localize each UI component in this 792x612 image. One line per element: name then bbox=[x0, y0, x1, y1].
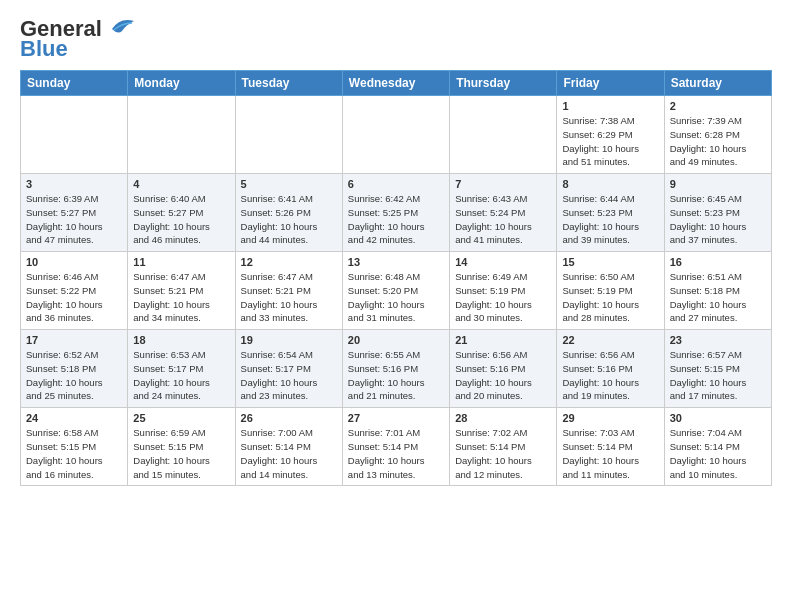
day-number: 8 bbox=[562, 178, 658, 190]
day-cell: 2Sunrise: 7:39 AM Sunset: 6:28 PM Daylig… bbox=[664, 96, 771, 174]
weekday-header-friday: Friday bbox=[557, 71, 664, 96]
day-info: Sunrise: 6:55 AM Sunset: 5:16 PM Dayligh… bbox=[348, 348, 444, 403]
day-cell: 7Sunrise: 6:43 AM Sunset: 5:24 PM Daylig… bbox=[450, 174, 557, 252]
day-number: 10 bbox=[26, 256, 122, 268]
day-cell bbox=[235, 96, 342, 174]
day-cell: 14Sunrise: 6:49 AM Sunset: 5:19 PM Dayli… bbox=[450, 252, 557, 330]
logo: General Blue bbox=[20, 16, 136, 62]
day-cell: 29Sunrise: 7:03 AM Sunset: 5:14 PM Dayli… bbox=[557, 408, 664, 486]
day-number: 5 bbox=[241, 178, 337, 190]
day-cell: 12Sunrise: 6:47 AM Sunset: 5:21 PM Dayli… bbox=[235, 252, 342, 330]
day-number: 4 bbox=[133, 178, 229, 190]
weekday-header-monday: Monday bbox=[128, 71, 235, 96]
day-number: 26 bbox=[241, 412, 337, 424]
day-info: Sunrise: 6:41 AM Sunset: 5:26 PM Dayligh… bbox=[241, 192, 337, 247]
day-cell: 25Sunrise: 6:59 AM Sunset: 5:15 PM Dayli… bbox=[128, 408, 235, 486]
weekday-header-sunday: Sunday bbox=[21, 71, 128, 96]
day-cell: 28Sunrise: 7:02 AM Sunset: 5:14 PM Dayli… bbox=[450, 408, 557, 486]
day-number: 13 bbox=[348, 256, 444, 268]
day-cell: 17Sunrise: 6:52 AM Sunset: 5:18 PM Dayli… bbox=[21, 330, 128, 408]
day-number: 19 bbox=[241, 334, 337, 346]
day-info: Sunrise: 6:53 AM Sunset: 5:17 PM Dayligh… bbox=[133, 348, 229, 403]
day-number: 24 bbox=[26, 412, 122, 424]
day-cell: 5Sunrise: 6:41 AM Sunset: 5:26 PM Daylig… bbox=[235, 174, 342, 252]
week-row-3: 10Sunrise: 6:46 AM Sunset: 5:22 PM Dayli… bbox=[21, 252, 772, 330]
day-cell: 11Sunrise: 6:47 AM Sunset: 5:21 PM Dayli… bbox=[128, 252, 235, 330]
day-number: 20 bbox=[348, 334, 444, 346]
week-row-5: 24Sunrise: 6:58 AM Sunset: 5:15 PM Dayli… bbox=[21, 408, 772, 486]
day-cell: 10Sunrise: 6:46 AM Sunset: 5:22 PM Dayli… bbox=[21, 252, 128, 330]
day-cell bbox=[21, 96, 128, 174]
day-info: Sunrise: 6:42 AM Sunset: 5:25 PM Dayligh… bbox=[348, 192, 444, 247]
day-info: Sunrise: 7:01 AM Sunset: 5:14 PM Dayligh… bbox=[348, 426, 444, 481]
header: General Blue bbox=[20, 16, 772, 62]
logo-bird-icon bbox=[104, 15, 136, 37]
logo-blue: Blue bbox=[20, 36, 68, 62]
day-number: 22 bbox=[562, 334, 658, 346]
day-info: Sunrise: 6:50 AM Sunset: 5:19 PM Dayligh… bbox=[562, 270, 658, 325]
day-number: 14 bbox=[455, 256, 551, 268]
day-cell: 13Sunrise: 6:48 AM Sunset: 5:20 PM Dayli… bbox=[342, 252, 449, 330]
week-row-2: 3Sunrise: 6:39 AM Sunset: 5:27 PM Daylig… bbox=[21, 174, 772, 252]
day-cell: 24Sunrise: 6:58 AM Sunset: 5:15 PM Dayli… bbox=[21, 408, 128, 486]
day-info: Sunrise: 6:47 AM Sunset: 5:21 PM Dayligh… bbox=[241, 270, 337, 325]
day-number: 7 bbox=[455, 178, 551, 190]
day-cell: 20Sunrise: 6:55 AM Sunset: 5:16 PM Dayli… bbox=[342, 330, 449, 408]
day-info: Sunrise: 6:45 AM Sunset: 5:23 PM Dayligh… bbox=[670, 192, 766, 247]
day-cell: 15Sunrise: 6:50 AM Sunset: 5:19 PM Dayli… bbox=[557, 252, 664, 330]
day-cell: 23Sunrise: 6:57 AM Sunset: 5:15 PM Dayli… bbox=[664, 330, 771, 408]
page: General Blue SundayMondayTuesdayWednesda… bbox=[0, 0, 792, 496]
day-info: Sunrise: 7:39 AM Sunset: 6:28 PM Dayligh… bbox=[670, 114, 766, 169]
day-cell: 26Sunrise: 7:00 AM Sunset: 5:14 PM Dayli… bbox=[235, 408, 342, 486]
day-cell bbox=[128, 96, 235, 174]
day-info: Sunrise: 6:56 AM Sunset: 5:16 PM Dayligh… bbox=[455, 348, 551, 403]
day-info: Sunrise: 7:03 AM Sunset: 5:14 PM Dayligh… bbox=[562, 426, 658, 481]
day-number: 12 bbox=[241, 256, 337, 268]
day-cell: 16Sunrise: 6:51 AM Sunset: 5:18 PM Dayli… bbox=[664, 252, 771, 330]
day-number: 3 bbox=[26, 178, 122, 190]
calendar: SundayMondayTuesdayWednesdayThursdayFrid… bbox=[20, 70, 772, 486]
day-number: 16 bbox=[670, 256, 766, 268]
day-info: Sunrise: 6:58 AM Sunset: 5:15 PM Dayligh… bbox=[26, 426, 122, 481]
day-cell: 9Sunrise: 6:45 AM Sunset: 5:23 PM Daylig… bbox=[664, 174, 771, 252]
weekday-header-row: SundayMondayTuesdayWednesdayThursdayFrid… bbox=[21, 71, 772, 96]
day-info: Sunrise: 6:47 AM Sunset: 5:21 PM Dayligh… bbox=[133, 270, 229, 325]
day-number: 23 bbox=[670, 334, 766, 346]
day-cell: 30Sunrise: 7:04 AM Sunset: 5:14 PM Dayli… bbox=[664, 408, 771, 486]
day-number: 30 bbox=[670, 412, 766, 424]
weekday-header-tuesday: Tuesday bbox=[235, 71, 342, 96]
day-number: 21 bbox=[455, 334, 551, 346]
day-number: 1 bbox=[562, 100, 658, 112]
day-number: 28 bbox=[455, 412, 551, 424]
day-number: 25 bbox=[133, 412, 229, 424]
day-number: 15 bbox=[562, 256, 658, 268]
day-cell bbox=[342, 96, 449, 174]
day-number: 27 bbox=[348, 412, 444, 424]
day-info: Sunrise: 6:51 AM Sunset: 5:18 PM Dayligh… bbox=[670, 270, 766, 325]
day-number: 6 bbox=[348, 178, 444, 190]
day-cell: 6Sunrise: 6:42 AM Sunset: 5:25 PM Daylig… bbox=[342, 174, 449, 252]
day-number: 9 bbox=[670, 178, 766, 190]
day-info: Sunrise: 6:59 AM Sunset: 5:15 PM Dayligh… bbox=[133, 426, 229, 481]
weekday-header-thursday: Thursday bbox=[450, 71, 557, 96]
day-number: 17 bbox=[26, 334, 122, 346]
day-cell: 21Sunrise: 6:56 AM Sunset: 5:16 PM Dayli… bbox=[450, 330, 557, 408]
day-info: Sunrise: 7:04 AM Sunset: 5:14 PM Dayligh… bbox=[670, 426, 766, 481]
day-info: Sunrise: 6:48 AM Sunset: 5:20 PM Dayligh… bbox=[348, 270, 444, 325]
weekday-header-saturday: Saturday bbox=[664, 71, 771, 96]
day-cell: 4Sunrise: 6:40 AM Sunset: 5:27 PM Daylig… bbox=[128, 174, 235, 252]
day-cell: 1Sunrise: 7:38 AM Sunset: 6:29 PM Daylig… bbox=[557, 96, 664, 174]
weekday-header-wednesday: Wednesday bbox=[342, 71, 449, 96]
day-info: Sunrise: 6:54 AM Sunset: 5:17 PM Dayligh… bbox=[241, 348, 337, 403]
day-cell: 19Sunrise: 6:54 AM Sunset: 5:17 PM Dayli… bbox=[235, 330, 342, 408]
day-info: Sunrise: 6:49 AM Sunset: 5:19 PM Dayligh… bbox=[455, 270, 551, 325]
day-info: Sunrise: 6:40 AM Sunset: 5:27 PM Dayligh… bbox=[133, 192, 229, 247]
day-info: Sunrise: 7:02 AM Sunset: 5:14 PM Dayligh… bbox=[455, 426, 551, 481]
day-info: Sunrise: 6:46 AM Sunset: 5:22 PM Dayligh… bbox=[26, 270, 122, 325]
day-cell bbox=[450, 96, 557, 174]
day-info: Sunrise: 7:38 AM Sunset: 6:29 PM Dayligh… bbox=[562, 114, 658, 169]
day-info: Sunrise: 7:00 AM Sunset: 5:14 PM Dayligh… bbox=[241, 426, 337, 481]
day-number: 11 bbox=[133, 256, 229, 268]
day-cell: 3Sunrise: 6:39 AM Sunset: 5:27 PM Daylig… bbox=[21, 174, 128, 252]
day-number: 29 bbox=[562, 412, 658, 424]
